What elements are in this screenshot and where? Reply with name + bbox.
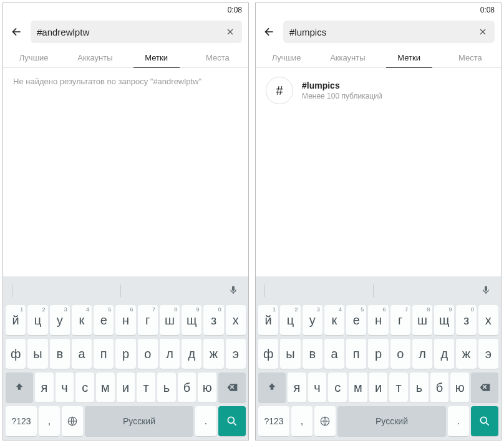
result-item[interactable]: # #lumpics Менее 100 публикаций (266, 77, 491, 104)
key-з[interactable]: 0з (456, 305, 476, 335)
space-key[interactable]: Русский (85, 406, 193, 436)
key-н[interactable]: 6н (115, 305, 135, 335)
key-я[interactable]: я (35, 372, 54, 402)
search-input[interactable]: #lumpics (283, 21, 495, 43)
key-а[interactable]: а (72, 339, 92, 369)
mic-button[interactable] (481, 285, 492, 296)
svg-point-1 (228, 417, 234, 423)
key-ю[interactable]: ю (450, 372, 469, 402)
key-ы[interactable]: ы (27, 339, 47, 369)
key-hint: 4 (86, 306, 89, 313)
numbers-key[interactable]: ?123 (6, 406, 37, 436)
key-в[interactable]: в (303, 339, 322, 369)
key-й[interactable]: 1й (258, 305, 278, 335)
key-б[interactable]: б (178, 372, 196, 402)
key-л[interactable]: л (412, 339, 432, 369)
key-у[interactable]: 3у (303, 305, 322, 335)
key-к[interactable]: 4к (324, 305, 344, 335)
tab-accounts[interactable]: Аккаунты (317, 47, 378, 67)
key-и[interactable]: и (369, 372, 388, 402)
suggestion-bar (258, 280, 498, 301)
key-м[interactable]: м (96, 372, 115, 402)
key-щ[interactable]: 9щ (182, 305, 201, 335)
language-key[interactable] (62, 406, 83, 436)
comma-key[interactable]: , (39, 406, 60, 436)
key-ф[interactable]: ф (6, 339, 26, 369)
key-у[interactable]: 3у (50, 305, 70, 335)
key-в[interactable]: в (50, 339, 70, 369)
key-ь[interactable]: ь (157, 372, 176, 402)
period-key[interactable]: . (195, 406, 216, 436)
key-ш[interactable]: 8ш (412, 305, 432, 335)
key-о[interactable]: о (138, 339, 158, 369)
key-ч[interactable]: ч (56, 372, 74, 402)
key-г[interactable]: 7г (138, 305, 158, 335)
key-н[interactable]: 6н (368, 305, 388, 335)
results-area: Не найдено результатов по запросу "#andr… (3, 68, 248, 276)
tab-tags[interactable]: Метки (126, 47, 187, 67)
key-hint: 9 (196, 306, 199, 313)
key-д[interactable]: д (182, 339, 201, 369)
key-п[interactable]: п (346, 339, 366, 369)
key-о[interactable]: о (390, 339, 410, 369)
key-ц[interactable]: 2ц (27, 305, 47, 335)
key-й[interactable]: 1й (6, 305, 26, 335)
shift-key[interactable] (258, 372, 286, 402)
key-т[interactable]: т (389, 372, 408, 402)
backspace-key[interactable] (218, 372, 246, 402)
key-л[interactable]: л (160, 339, 180, 369)
key-х[interactable]: х (478, 305, 498, 335)
clear-button[interactable] (477, 26, 488, 37)
key-с[interactable]: с (328, 372, 347, 402)
key-ж[interactable]: ж (456, 339, 476, 369)
key-я[interactable]: я (288, 372, 306, 402)
key-ш[interactable]: 8ш (160, 305, 180, 335)
search-key[interactable] (218, 406, 246, 436)
backspace-key[interactable] (471, 372, 498, 402)
language-key[interactable] (314, 406, 336, 436)
key-б[interactable]: б (430, 372, 449, 402)
tab-top[interactable]: Лучшие (256, 47, 317, 67)
key-т[interactable]: т (137, 372, 155, 402)
period-key[interactable]: . (448, 406, 469, 436)
key-е[interactable]: 5е (94, 305, 114, 335)
key-е[interactable]: 5е (346, 305, 366, 335)
key-ю[interactable]: ю (198, 372, 216, 402)
back-button[interactable] (262, 25, 276, 39)
tab-places[interactable]: Места (440, 47, 501, 67)
key-р[interactable]: р (115, 339, 135, 369)
key-ы[interactable]: ы (280, 339, 300, 369)
back-button[interactable] (9, 25, 23, 39)
key-и[interactable]: и (117, 372, 135, 402)
tab-tags[interactable]: Метки (379, 47, 440, 67)
key-ь[interactable]: ь (410, 372, 429, 402)
key-г[interactable]: 7г (390, 305, 410, 335)
key-а[interactable]: а (324, 339, 344, 369)
key-к[interactable]: 4к (72, 305, 92, 335)
key-р[interactable]: р (368, 339, 388, 369)
key-ц[interactable]: 2ц (280, 305, 300, 335)
key-х[interactable]: х (226, 305, 246, 335)
clear-button[interactable] (225, 26, 236, 37)
key-э[interactable]: э (226, 339, 246, 369)
numbers-key[interactable]: ?123 (258, 406, 289, 436)
key-с[interactable]: с (75, 372, 94, 402)
comma-key[interactable]: , (291, 406, 313, 436)
tab-top[interactable]: Лучшие (3, 47, 64, 67)
key-щ[interactable]: 9щ (434, 305, 454, 335)
key-э[interactable]: э (478, 339, 498, 369)
key-ф[interactable]: ф (258, 339, 278, 369)
key-з[interactable]: 0з (203, 305, 223, 335)
key-д[interactable]: д (434, 339, 454, 369)
search-input[interactable]: #andrewlptw (31, 21, 242, 43)
tab-places[interactable]: Места (187, 47, 248, 67)
mic-button[interactable] (228, 285, 240, 296)
tab-accounts[interactable]: Аккаунты (64, 47, 125, 67)
key-м[interactable]: м (349, 372, 367, 402)
key-ж[interactable]: ж (203, 339, 223, 369)
search-key[interactable] (471, 406, 498, 436)
key-п[interactable]: п (94, 339, 114, 369)
key-ч[interactable]: ч (308, 372, 327, 402)
space-key[interactable]: Русский (337, 406, 446, 436)
shift-key[interactable] (6, 372, 33, 402)
